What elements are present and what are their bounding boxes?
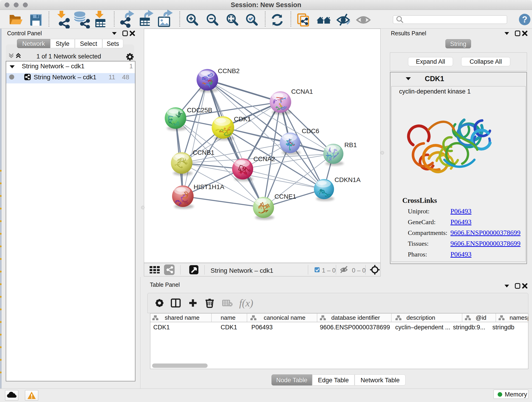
svg-text:namespac: namespac [510,314,528,321]
svg-text:9606.ENSP00000378699: 9606.ENSP00000378699 [320,324,390,331]
svg-text:stringdb:9...: stringdb:9... [453,324,485,331]
svg-text:String Network – cdk1: String Network – cdk1 [210,267,273,274]
svg-text:CCNB1: CCNB1 [193,149,215,156]
svg-text:11: 11 [109,74,115,81]
svg-text:canonical name: canonical name [264,314,305,321]
svg-text:1: 1 [129,63,133,70]
svg-text:description: description [406,314,435,321]
svg-text:name: name [221,314,235,321]
svg-text:String Network – cdk1: String Network – cdk1 [22,63,85,70]
svg-text:@id: @id [476,314,486,321]
svg-text:?: ? [522,15,527,24]
svg-text:cyclin–dependent ...: cyclin–dependent ... [395,324,450,331]
svg-text:CCNA1: CCNA1 [291,88,313,95]
svg-text:RB1: RB1 [344,141,357,148]
svg-text:P06493: P06493 [251,324,273,331]
svg-text:CDKN1A: CDKN1A [335,176,361,183]
svg-text:CCNE1: CCNE1 [274,193,296,200]
svg-text:CDK1: CDK1 [221,324,237,331]
svg-text:String Network – cdk1: String Network – cdk1 [34,74,96,81]
svg-text:1 – 0: 1 – 0 [322,267,336,274]
svg-text:stringdb: stringdb [492,324,514,331]
svg-text:48: 48 [122,74,129,81]
svg-text:CDC25B: CDC25B [187,107,212,114]
svg-text:shared name: shared name [165,314,200,321]
svg-text:f(x): f(x) [239,298,253,309]
svg-text:CDC6: CDC6 [302,128,319,134]
svg-text:CDK1: CDK1 [153,324,170,331]
svg-text:database identifier: database identifier [331,314,380,321]
svg-text:HIST1H1A: HIST1H1A [194,183,224,191]
svg-text:0 – 0: 0 – 0 [352,267,366,274]
svg-text:CDK1: CDK1 [234,115,251,123]
svg-text:CCNB2: CCNB2 [218,67,240,75]
svg-text:CCNA2: CCNA2 [253,155,275,162]
